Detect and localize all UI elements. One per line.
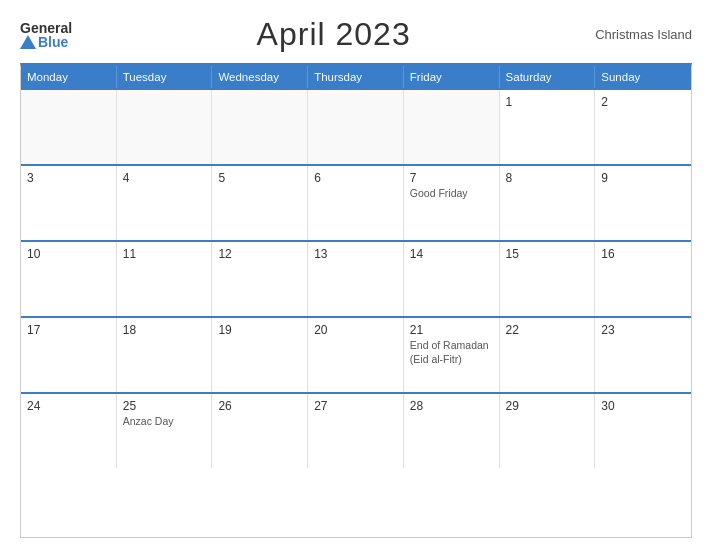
calendar-cell: 16 (595, 242, 691, 316)
calendar-page: General Blue April 2023 Christmas Island… (0, 0, 712, 550)
calendar-row: 10111213141516 (21, 240, 691, 316)
logo-general-text: General (20, 21, 72, 35)
day-number: 28 (410, 399, 493, 413)
weekday-header: Saturday (500, 66, 596, 88)
day-number: 17 (27, 323, 110, 337)
day-number: 1 (506, 95, 589, 109)
day-number: 16 (601, 247, 685, 261)
day-number: 30 (601, 399, 685, 413)
logo: General Blue (20, 21, 72, 49)
day-number: 12 (218, 247, 301, 261)
day-number: 25 (123, 399, 206, 413)
calendar-cell: 2 (595, 90, 691, 164)
calendar-cell: 12 (212, 242, 308, 316)
calendar-cell: 15 (500, 242, 596, 316)
day-number: 14 (410, 247, 493, 261)
calendar-cell (117, 90, 213, 164)
day-number: 11 (123, 247, 206, 261)
calendar-cell: 25Anzac Day (117, 394, 213, 468)
day-number: 13 (314, 247, 397, 261)
weekday-header: Tuesday (117, 66, 213, 88)
day-number: 10 (27, 247, 110, 261)
calendar-cell: 27 (308, 394, 404, 468)
weekday-header: Monday (21, 66, 117, 88)
calendar-cell: 8 (500, 166, 596, 240)
calendar-header: MondayTuesdayWednesdayThursdayFridaySatu… (21, 66, 691, 88)
calendar-cell: 28 (404, 394, 500, 468)
calendar-cell: 20 (308, 318, 404, 392)
day-number: 8 (506, 171, 589, 185)
calendar-cell (212, 90, 308, 164)
page-header: General Blue April 2023 Christmas Island (20, 16, 692, 53)
day-number: 6 (314, 171, 397, 185)
logo-triangle-icon (20, 35, 36, 49)
day-number: 24 (27, 399, 110, 413)
day-number: 5 (218, 171, 301, 185)
logo-blue-row: Blue (20, 35, 72, 49)
weekday-header: Wednesday (212, 66, 308, 88)
day-number: 20 (314, 323, 397, 337)
day-number: 3 (27, 171, 110, 185)
event-label: Anzac Day (123, 415, 174, 427)
calendar-cell: 30 (595, 394, 691, 468)
calendar-cell: 1 (500, 90, 596, 164)
calendar-cell: 29 (500, 394, 596, 468)
day-number: 2 (601, 95, 685, 109)
calendar-title: April 2023 (257, 16, 411, 53)
calendar-cell: 23 (595, 318, 691, 392)
calendar-cell: 17 (21, 318, 117, 392)
calendar-cell: 10 (21, 242, 117, 316)
calendar-cell: 19 (212, 318, 308, 392)
day-number: 4 (123, 171, 206, 185)
calendar-row: 2425Anzac Day2627282930 (21, 392, 691, 468)
calendar-cell: 21End of Ramadan (Eid al-Fitr) (404, 318, 500, 392)
day-number: 18 (123, 323, 206, 337)
calendar-row: 34567Good Friday89 (21, 164, 691, 240)
calendar-cell: 9 (595, 166, 691, 240)
calendar-cell (308, 90, 404, 164)
calendar-cell: 24 (21, 394, 117, 468)
calendar-body: 1234567Good Friday8910111213141516171819… (21, 88, 691, 468)
location-label: Christmas Island (595, 27, 692, 42)
weekday-header: Friday (404, 66, 500, 88)
event-label: End of Ramadan (Eid al-Fitr) (410, 339, 489, 365)
day-number: 23 (601, 323, 685, 337)
calendar-cell: 18 (117, 318, 213, 392)
calendar-cell: 4 (117, 166, 213, 240)
weekday-header: Sunday (595, 66, 691, 88)
calendar-cell: 7Good Friday (404, 166, 500, 240)
calendar-cell: 26 (212, 394, 308, 468)
calendar-grid: MondayTuesdayWednesdayThursdayFridaySatu… (20, 63, 692, 538)
calendar-cell: 11 (117, 242, 213, 316)
day-number: 26 (218, 399, 301, 413)
calendar-cell: 14 (404, 242, 500, 316)
calendar-cell: 22 (500, 318, 596, 392)
calendar-cell: 3 (21, 166, 117, 240)
calendar-cell (21, 90, 117, 164)
calendar-cell: 13 (308, 242, 404, 316)
calendar-row: 12 (21, 88, 691, 164)
logo-blue-text: Blue (38, 35, 68, 49)
day-number: 19 (218, 323, 301, 337)
day-number: 15 (506, 247, 589, 261)
day-number: 22 (506, 323, 589, 337)
day-number: 27 (314, 399, 397, 413)
day-number: 9 (601, 171, 685, 185)
event-label: Good Friday (410, 187, 468, 199)
day-number: 29 (506, 399, 589, 413)
calendar-cell (404, 90, 500, 164)
day-number: 21 (410, 323, 493, 337)
calendar-cell: 5 (212, 166, 308, 240)
calendar-cell: 6 (308, 166, 404, 240)
day-number: 7 (410, 171, 493, 185)
weekday-header: Thursday (308, 66, 404, 88)
calendar-row: 1718192021End of Ramadan (Eid al-Fitr)22… (21, 316, 691, 392)
